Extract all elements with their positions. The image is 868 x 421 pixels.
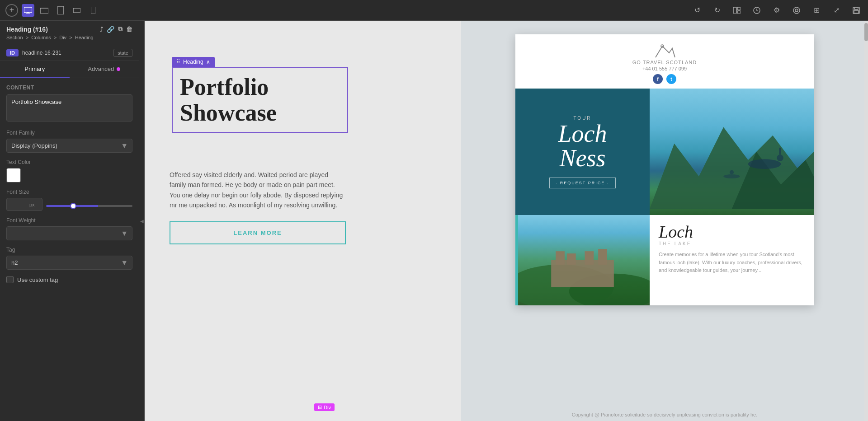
font-size-row: Font Size px: [6, 189, 132, 211]
toolbar-left: +: [5, 4, 99, 17]
castle-svg: [515, 215, 650, 305]
the-lake-subtitle: THE LAKE: [659, 241, 805, 246]
redo-button[interactable]: ↻: [711, 4, 723, 17]
heading-text: Portfolio Showcase: [180, 74, 340, 126]
parent-icon[interactable]: ⤴: [100, 26, 103, 33]
toolbar-right: ↺ ↻ ⚙ ⊞ ⤢: [691, 4, 863, 17]
heading-content-box[interactable]: Portfolio Showcase: [172, 67, 348, 133]
svg-rect-8: [737, 7, 741, 10]
canvas-copyright: Copyright @ Pianoforte solicitude so dec…: [461, 408, 868, 421]
travel-company-name: GO TRAVEL SCOTLAND: [632, 60, 697, 65]
tag-select[interactable]: h2 h1 h3: [6, 256, 132, 270]
tablet-view-button[interactable]: [54, 4, 67, 17]
travel-header: GO TRAVEL SCOTLAND +44 01 555 777 099 f …: [515, 34, 814, 89]
desktop-view-button[interactable]: [22, 4, 34, 17]
font-size-slider[interactable]: [46, 205, 132, 207]
teal-bar: [515, 215, 518, 305]
travel-bottom-text: Loch THE LAKE Create memories for a life…: [650, 215, 814, 305]
left-panel: Heading (#16) ⤴ 🔗 ⧉ 🗑 Section > Columns …: [0, 21, 139, 421]
request-price-button[interactable]: · REQUEST PRICE ·: [549, 178, 616, 188]
travel-card: GO TRAVEL SCOTLAND +44 01 555 777 099 f …: [515, 34, 814, 305]
loch-title: Loch: [558, 122, 607, 146]
font-family-select[interactable]: Display (Poppins): [6, 139, 132, 153]
svg-rect-28: [567, 253, 576, 265]
font-size-input-wrap: px: [6, 198, 42, 211]
id-badge: ID: [6, 49, 19, 56]
svg-point-23: [730, 170, 734, 174]
lake-description: Create memories for a lifetime when you …: [659, 251, 805, 275]
travel-preview-area: GO TRAVEL SCOTLAND +44 01 555 777 099 f …: [461, 21, 868, 421]
heading-widget-toolbar[interactable]: ⠿ Heading ∧: [172, 57, 215, 67]
facebook-icon[interactable]: f: [653, 74, 663, 84]
element-actions: ⤴ 🔗 ⧉ 🗑: [100, 25, 132, 33]
expand-button[interactable]: ⤢: [830, 4, 843, 17]
travel-bottom: Loch THE LAKE Create memories for a life…: [515, 215, 814, 305]
grid-button[interactable]: ⊞: [810, 4, 823, 17]
travel-hero-left: TOUR Loch Ness · REQUEST PRICE ·: [515, 89, 650, 215]
color-swatch[interactable]: [6, 168, 21, 182]
div-badge-grid-icon: ⊞: [318, 404, 322, 410]
font-weight-row: Font Weight ▼: [6, 217, 132, 240]
twitter-icon[interactable]: t: [666, 74, 676, 84]
copy-icon[interactable]: ⧉: [118, 25, 123, 33]
right-scrollbar[interactable]: [864, 21, 868, 421]
panel-collapse-handle[interactable]: ◀: [139, 21, 145, 421]
svg-rect-15: [854, 10, 859, 13]
settings-button[interactable]: ⚙: [770, 4, 783, 17]
font-size-input[interactable]: [7, 198, 29, 210]
font-family-label: Font Family: [6, 130, 132, 136]
loch-bottom-title: Loch: [659, 223, 805, 240]
font-family-row: Font Family Display (Poppins) ▼: [6, 130, 132, 153]
add-element-button[interactable]: +: [5, 4, 18, 17]
mobile-landscape-view-button[interactable]: [71, 4, 83, 17]
element-title: Heading (#16): [6, 26, 48, 33]
advanced-dot: [117, 67, 120, 71]
text-color-row: Text Color: [6, 159, 132, 182]
svg-rect-0: [24, 7, 32, 13]
history-button[interactable]: [750, 4, 763, 17]
mobile-view-button[interactable]: [87, 4, 99, 17]
travel-logo-icon: [653, 42, 676, 60]
collapse-arrow-icon: ◀: [140, 219, 144, 224]
custom-tag-checkbox[interactable]: [6, 276, 14, 283]
travel-hero-right: [650, 89, 814, 215]
font-weight-select[interactable]: [6, 226, 132, 240]
svg-rect-14: [854, 7, 858, 9]
svg-point-20: [777, 154, 783, 161]
panel-section-content: Content Portfolio Showcase: [0, 78, 139, 130]
tab-advanced[interactable]: Advanced: [70, 61, 139, 78]
text-color-label: Text Color: [6, 159, 132, 165]
undo-button[interactable]: ↺: [691, 4, 703, 17]
div-badge: ⊞ Div: [314, 403, 335, 411]
learn-more-button[interactable]: LEARN MORE: [170, 221, 346, 244]
svg-rect-30: [598, 249, 607, 265]
heading-widget-close-icon[interactable]: ∧: [206, 59, 210, 65]
custom-tag-label: Use custom tag: [17, 276, 58, 283]
main-layout: Heading (#16) ⤴ 🔗 ⧉ 🗑 Section > Columns …: [0, 21, 868, 421]
element-title-row: Heading (#16) ⤴ 🔗 ⧉ 🗑: [6, 25, 132, 33]
tablet-landscape-view-button[interactable]: [38, 4, 51, 17]
panel-section-font: Font Family Display (Poppins) ▼ Text Col…: [0, 130, 139, 290]
heading-widget-label: Heading: [183, 59, 203, 65]
state-badge[interactable]: state: [113, 49, 132, 57]
content-label: Content: [6, 84, 132, 91]
layout-button[interactable]: [731, 4, 743, 17]
tag-select-wrap: h2 h1 h3 ▼: [6, 256, 132, 270]
link-icon[interactable]: 🔗: [107, 26, 114, 33]
svg-rect-9: [737, 11, 741, 14]
id-row: ID headline-16-231 state: [0, 45, 139, 61]
content-textarea[interactable]: Portfolio Showcase: [6, 94, 132, 122]
preview-button[interactable]: [790, 4, 803, 17]
mountain-svg: [650, 89, 814, 215]
save-button[interactable]: [850, 4, 863, 17]
svg-point-19: [748, 159, 781, 169]
tab-primary[interactable]: Primary: [0, 61, 70, 78]
font-size-unit: px: [29, 202, 38, 207]
svg-rect-7: [733, 7, 736, 14]
id-value: headline-16-231: [22, 50, 110, 56]
delete-icon[interactable]: 🗑: [126, 26, 132, 33]
svg-rect-3: [40, 8, 48, 14]
travel-hero: TOUR Loch Ness · REQUEST PRICE ·: [515, 89, 814, 215]
heading-widget: ⠿ Heading ∧ Portfolio Showcase: [172, 57, 348, 133]
breadcrumb: Section > Columns > Div > Heading: [6, 35, 132, 40]
